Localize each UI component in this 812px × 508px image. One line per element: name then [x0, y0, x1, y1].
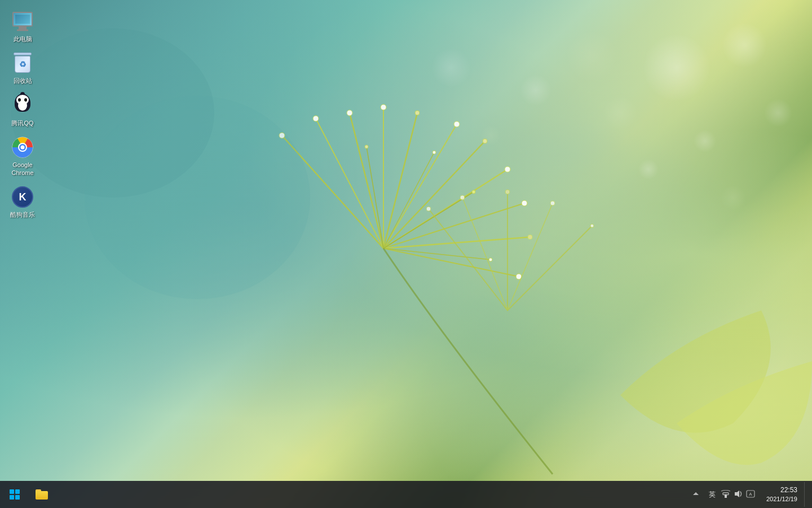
tencent-qq-icon[interactable]: 腾讯QQ [0, 90, 45, 132]
svg-point-6 [567, 31, 617, 82]
svg-point-9 [721, 185, 745, 210]
svg-point-8 [638, 159, 659, 179]
svg-point-49 [550, 201, 555, 205]
taskbar-right: 英 [692, 482, 812, 507]
system-tray: 英 [702, 489, 760, 501]
windows-logo [10, 489, 20, 500]
recycle-bin-label: 回收站 [14, 77, 32, 85]
svg-text:A: A [749, 492, 752, 497]
kugou-music-icon[interactable]: K 酷狗音乐 [0, 181, 45, 223]
taskbar-left [0, 482, 54, 507]
recycle-bin-icon[interactable]: ♻ 回收站 [0, 47, 45, 89]
network-svg [721, 490, 730, 498]
svg-point-39 [472, 190, 475, 194]
volume-icon[interactable] [734, 490, 743, 500]
wallpaper-overlay [0, 0, 812, 508]
desktop: 此电脑 ♻ 回收站 [0, 0, 812, 508]
svg-point-57 [21, 145, 25, 149]
volume-svg [734, 490, 743, 498]
svg-point-29 [522, 200, 527, 206]
svg-point-5 [694, 130, 716, 152]
folder-body [36, 491, 48, 500]
svg-point-10 [431, 48, 471, 87]
folder-icon [36, 489, 48, 500]
this-pc-icon-image [11, 10, 34, 33]
svg-point-53 [85, 96, 310, 299]
show-desktop-button[interactable] [804, 482, 807, 507]
recycle-bin-icon-image: ♻ [11, 52, 34, 75]
svg-point-1 [643, 34, 710, 102]
svg-point-3 [603, 96, 637, 130]
qq-graphic [12, 94, 33, 117]
win-logo-pane-1 [10, 489, 14, 494]
taskbar: 英 [0, 481, 812, 508]
input-method-icon[interactable]: A [746, 489, 755, 500]
qq-icon-image [11, 94, 34, 117]
win-logo-pane-3 [10, 495, 14, 500]
svg-point-15 [313, 116, 319, 121]
win-logo-pane-4 [15, 495, 20, 500]
recycle-graphic: ♻ [13, 52, 32, 74]
svg-point-19 [381, 104, 386, 110]
svg-point-35 [365, 145, 368, 148]
kugou-icon-image: K [11, 186, 34, 208]
this-pc-icon[interactable]: 此电脑 [0, 6, 45, 47]
svg-point-7 [520, 75, 551, 106]
svg-point-23 [454, 121, 460, 127]
svg-point-4 [764, 99, 792, 127]
svg-point-47 [505, 190, 510, 194]
file-explorer-button[interactable] [29, 482, 54, 507]
svg-marker-61 [735, 491, 739, 497]
start-button[interactable] [2, 482, 27, 507]
kugou-graphic: K [12, 186, 33, 208]
svg-point-37 [433, 151, 436, 154]
svg-point-2 [722, 23, 767, 68]
clock-date: 2021/12/19 [766, 495, 797, 503]
svg-point-21 [415, 111, 420, 115]
input-method-svg: A [746, 489, 755, 498]
svg-point-31 [528, 235, 532, 239]
this-pc-label: 此电脑 [14, 35, 32, 43]
desktop-icons-column: 此电脑 ♻ 回收站 [0, 6, 45, 224]
svg-marker-58 [693, 492, 699, 495]
qq-label: 腾讯QQ [11, 119, 33, 127]
system-clock[interactable]: 22:53 2021/12/19 [762, 486, 802, 503]
tray-expand-button[interactable] [692, 490, 700, 499]
svg-point-45 [460, 195, 465, 200]
svg-point-17 [347, 110, 352, 116]
svg-point-41 [489, 258, 492, 261]
kugou-label: 酷狗音乐 [10, 211, 35, 218]
svg-rect-60 [723, 493, 729, 495]
svg-point-25 [483, 139, 487, 143]
chrome-graphic [12, 137, 33, 158]
clock-time: 22:53 [780, 486, 797, 495]
chrome-icon-image [11, 136, 34, 159]
svg-point-27 [505, 167, 510, 172]
win-logo-pane-2 [15, 489, 20, 494]
monitor-graphic [12, 12, 33, 31]
svg-point-51 [590, 224, 594, 227]
chrome-label: Google Chrome [2, 161, 43, 177]
language-indicator[interactable]: 英 [707, 489, 718, 501]
network-icon[interactable] [721, 490, 730, 500]
svg-point-43 [426, 207, 431, 211]
google-chrome-icon[interactable]: Google Chrome [0, 132, 45, 182]
